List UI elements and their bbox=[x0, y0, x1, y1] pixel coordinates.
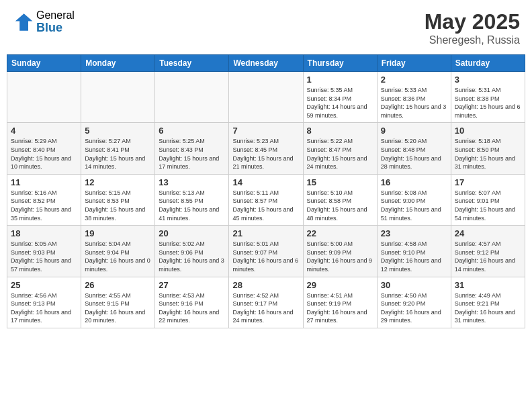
day-number: 19 bbox=[85, 228, 151, 238]
calendar-cell: 1Sunrise: 5:35 AMSunset: 8:34 PMDaylight… bbox=[303, 72, 377, 123]
day-number: 5 bbox=[85, 126, 151, 136]
logo-text: General Blue bbox=[36, 9, 75, 34]
day-details: Sunrise: 5:25 AMSunset: 8:43 PMDaylight:… bbox=[159, 137, 225, 171]
weekday-header-sunday: Sunday bbox=[7, 55, 81, 72]
weekday-header-monday: Monday bbox=[81, 55, 155, 72]
calendar-cell: 21Sunrise: 5:01 AMSunset: 9:07 PMDayligh… bbox=[229, 226, 303, 277]
day-details: Sunrise: 5:20 AMSunset: 8:48 PMDaylight:… bbox=[381, 137, 447, 171]
day-details: Sunrise: 5:31 AMSunset: 8:38 PMDaylight:… bbox=[455, 86, 521, 120]
calendar-cell: 30Sunrise: 4:50 AMSunset: 9:20 PMDayligh… bbox=[377, 277, 451, 328]
calendar-cell bbox=[155, 72, 229, 123]
day-details: Sunrise: 5:16 AMSunset: 8:52 PMDaylight:… bbox=[11, 189, 77, 222]
calendar-cell: 24Sunrise: 4:57 AMSunset: 9:12 PMDayligh… bbox=[451, 226, 525, 277]
calendar-cell: 28Sunrise: 4:52 AMSunset: 9:17 PMDayligh… bbox=[229, 277, 303, 328]
calendar-cell: 16Sunrise: 5:08 AMSunset: 9:00 PMDayligh… bbox=[377, 174, 451, 225]
day-details: Sunrise: 4:51 AMSunset: 9:19 PMDaylight:… bbox=[307, 291, 373, 325]
weekday-header-tuesday: Tuesday bbox=[155, 55, 229, 72]
calendar-cell: 25Sunrise: 4:56 AMSunset: 9:13 PMDayligh… bbox=[7, 277, 81, 328]
month-year: May 2025 bbox=[425, 9, 520, 34]
calendar-cell: 6Sunrise: 5:25 AMSunset: 8:43 PMDaylight… bbox=[155, 123, 229, 174]
calendar-week-row: 4Sunrise: 5:29 AMSunset: 8:40 PMDaylight… bbox=[7, 123, 525, 174]
day-number: 21 bbox=[232, 228, 299, 238]
calendar-cell: 18Sunrise: 5:05 AMSunset: 9:03 PMDayligh… bbox=[7, 226, 81, 277]
weekday-header-friday: Friday bbox=[377, 55, 451, 72]
day-details: Sunrise: 5:13 AMSunset: 8:55 PMDaylight:… bbox=[159, 189, 225, 222]
day-number: 3 bbox=[455, 75, 521, 85]
calendar-cell: 14Sunrise: 5:11 AMSunset: 8:57 PMDayligh… bbox=[229, 174, 303, 225]
day-details: Sunrise: 4:57 AMSunset: 9:12 PMDaylight:… bbox=[455, 240, 521, 273]
day-details: Sunrise: 5:27 AMSunset: 8:41 PMDaylight:… bbox=[85, 137, 151, 171]
title-block: May 2025 Sheregesh, Russia bbox=[425, 9, 520, 46]
day-number: 20 bbox=[159, 228, 225, 238]
day-details: Sunrise: 5:08 AMSunset: 9:00 PMDaylight:… bbox=[381, 189, 447, 222]
calendar-cell bbox=[7, 72, 81, 123]
svg-marker-0 bbox=[15, 13, 33, 31]
day-details: Sunrise: 5:33 AMSunset: 8:36 PMDaylight:… bbox=[381, 86, 447, 120]
day-number: 14 bbox=[232, 177, 299, 187]
day-number: 1 bbox=[307, 75, 373, 85]
calendar-cell: 27Sunrise: 4:53 AMSunset: 9:16 PMDayligh… bbox=[155, 277, 229, 328]
day-number: 25 bbox=[11, 280, 77, 290]
calendar-week-row: 11Sunrise: 5:16 AMSunset: 8:52 PMDayligh… bbox=[7, 174, 525, 225]
day-number: 12 bbox=[85, 177, 151, 187]
day-number: 17 bbox=[455, 177, 521, 187]
day-details: Sunrise: 5:23 AMSunset: 8:45 PMDaylight:… bbox=[232, 137, 299, 171]
calendar-cell: 12Sunrise: 5:15 AMSunset: 8:53 PMDayligh… bbox=[81, 174, 155, 225]
calendar-cell bbox=[229, 72, 303, 123]
day-number: 16 bbox=[381, 177, 447, 187]
day-number: 2 bbox=[381, 75, 447, 85]
day-details: Sunrise: 5:22 AMSunset: 8:47 PMDaylight:… bbox=[307, 137, 373, 171]
day-details: Sunrise: 5:02 AMSunset: 9:06 PMDaylight:… bbox=[159, 240, 225, 273]
logo-general: General bbox=[36, 9, 75, 21]
weekday-header-saturday: Saturday bbox=[451, 55, 525, 72]
day-number: 29 bbox=[307, 280, 373, 290]
day-details: Sunrise: 5:11 AMSunset: 8:57 PMDaylight:… bbox=[232, 189, 299, 222]
calendar-cell: 5Sunrise: 5:27 AMSunset: 8:41 PMDaylight… bbox=[81, 123, 155, 174]
calendar-cell: 7Sunrise: 5:23 AMSunset: 8:45 PMDaylight… bbox=[229, 123, 303, 174]
day-details: Sunrise: 5:05 AMSunset: 9:03 PMDaylight:… bbox=[11, 240, 77, 273]
calendar-cell: 11Sunrise: 5:16 AMSunset: 8:52 PMDayligh… bbox=[7, 174, 81, 225]
calendar-cell: 4Sunrise: 5:29 AMSunset: 8:40 PMDaylight… bbox=[7, 123, 81, 174]
day-number: 22 bbox=[307, 228, 373, 238]
day-number: 13 bbox=[159, 177, 225, 187]
day-details: Sunrise: 5:18 AMSunset: 8:50 PMDaylight:… bbox=[455, 137, 521, 171]
calendar-cell: 13Sunrise: 5:13 AMSunset: 8:55 PMDayligh… bbox=[155, 174, 229, 225]
calendar-cell: 22Sunrise: 5:00 AMSunset: 9:09 PMDayligh… bbox=[303, 226, 377, 277]
calendar-week-row: 1Sunrise: 5:35 AMSunset: 8:34 PMDaylight… bbox=[7, 72, 525, 123]
day-details: Sunrise: 4:49 AMSunset: 9:21 PMDaylight:… bbox=[455, 291, 521, 325]
day-number: 15 bbox=[307, 177, 373, 187]
calendar-cell: 26Sunrise: 4:55 AMSunset: 9:15 PMDayligh… bbox=[81, 277, 155, 328]
day-number: 23 bbox=[381, 228, 447, 238]
day-details: Sunrise: 5:04 AMSunset: 9:04 PMDaylight:… bbox=[85, 240, 151, 273]
day-number: 4 bbox=[11, 126, 77, 136]
day-number: 24 bbox=[455, 228, 521, 238]
calendar-cell: 23Sunrise: 4:58 AMSunset: 9:10 PMDayligh… bbox=[377, 226, 451, 277]
day-number: 28 bbox=[232, 280, 299, 290]
calendar-table: SundayMondayTuesdayWednesdayThursdayFrid… bbox=[7, 54, 525, 328]
weekday-header-thursday: Thursday bbox=[303, 55, 377, 72]
day-details: Sunrise: 5:00 AMSunset: 9:09 PMDaylight:… bbox=[307, 240, 373, 273]
day-number: 11 bbox=[11, 177, 77, 187]
day-number: 31 bbox=[455, 280, 521, 290]
calendar-cell: 15Sunrise: 5:10 AMSunset: 8:58 PMDayligh… bbox=[303, 174, 377, 225]
day-number: 26 bbox=[85, 280, 151, 290]
calendar-week-row: 18Sunrise: 5:05 AMSunset: 9:03 PMDayligh… bbox=[7, 226, 525, 277]
calendar-cell: 29Sunrise: 4:51 AMSunset: 9:19 PMDayligh… bbox=[303, 277, 377, 328]
calendar-week-row: 25Sunrise: 4:56 AMSunset: 9:13 PMDayligh… bbox=[7, 277, 525, 328]
page-header: General Blue May 2025 Sheregesh, Russia bbox=[7, 7, 525, 49]
location: Sheregesh, Russia bbox=[425, 34, 520, 46]
weekday-header-wednesday: Wednesday bbox=[229, 55, 303, 72]
day-details: Sunrise: 4:52 AMSunset: 9:17 PMDaylight:… bbox=[232, 291, 299, 325]
day-number: 10 bbox=[455, 126, 521, 136]
day-details: Sunrise: 5:01 AMSunset: 9:07 PMDaylight:… bbox=[232, 240, 299, 273]
day-number: 8 bbox=[307, 126, 373, 136]
day-number: 7 bbox=[232, 126, 299, 136]
day-details: Sunrise: 4:53 AMSunset: 9:16 PMDaylight:… bbox=[159, 291, 225, 325]
calendar-cell bbox=[81, 72, 155, 123]
calendar-cell: 8Sunrise: 5:22 AMSunset: 8:47 PMDaylight… bbox=[303, 123, 377, 174]
day-number: 27 bbox=[159, 280, 225, 290]
day-details: Sunrise: 4:50 AMSunset: 9:20 PMDaylight:… bbox=[381, 291, 447, 325]
day-number: 9 bbox=[381, 126, 447, 136]
day-details: Sunrise: 5:29 AMSunset: 8:40 PMDaylight:… bbox=[11, 137, 77, 171]
day-details: Sunrise: 5:07 AMSunset: 9:01 PMDaylight:… bbox=[455, 189, 521, 222]
